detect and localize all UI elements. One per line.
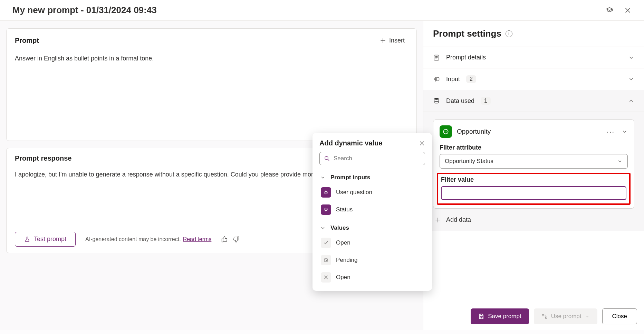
svg-rect-1 bbox=[436, 77, 439, 81]
popup-title: Add dynamic value bbox=[319, 139, 382, 147]
settings-panel: Prompt settings i Prompt details Input 2 bbox=[423, 21, 644, 330]
chevron-down-icon bbox=[320, 225, 326, 231]
ai-disclaimer: AI-generated content may be incorrect. R… bbox=[85, 236, 211, 242]
x-icon bbox=[321, 272, 331, 283]
search-icon bbox=[324, 155, 330, 162]
svg-point-7 bbox=[325, 191, 327, 193]
svg-point-2 bbox=[434, 98, 439, 100]
svg-point-8 bbox=[325, 209, 327, 210]
svg-point-3 bbox=[443, 129, 448, 134]
info-icon[interactable]: i bbox=[506, 30, 512, 37]
insert-button[interactable]: Insert bbox=[376, 35, 408, 46]
insert-label: Insert bbox=[389, 37, 405, 44]
filter-attribute-value: Opportunity Status bbox=[445, 158, 493, 165]
popup-value-open[interactable]: Open bbox=[319, 234, 425, 251]
details-icon bbox=[433, 54, 440, 61]
filter-attribute-label: Filter attribute bbox=[440, 144, 628, 151]
svg-rect-4 bbox=[542, 314, 544, 316]
popup-item-status[interactable]: Status bbox=[319, 201, 425, 218]
save-icon bbox=[478, 313, 484, 319]
chevron-down-icon bbox=[628, 55, 634, 61]
accordion-data-used[interactable]: Data used 1 bbox=[423, 90, 644, 112]
data-used-count-badge: 1 bbox=[481, 97, 491, 105]
input-label: Input bbox=[446, 76, 460, 83]
response-section-title: Prompt response bbox=[15, 154, 71, 162]
save-prompt-button[interactable]: Save prompt bbox=[471, 308, 529, 324]
input-count-badge: 2 bbox=[466, 75, 476, 83]
input-icon bbox=[433, 76, 440, 83]
data-entity-card: Opportunity ··· Filter attribute Opportu… bbox=[433, 120, 634, 209]
popup-search-input[interactable] bbox=[334, 155, 421, 162]
popup-close-icon[interactable] bbox=[419, 140, 425, 146]
data-used-body: Opportunity ··· Filter attribute Opportu… bbox=[423, 112, 644, 231]
filter-value-highlight: Filter value bbox=[437, 173, 631, 205]
read-terms-link[interactable]: Read terms bbox=[183, 236, 212, 242]
data-used-label: Data used bbox=[446, 97, 474, 105]
prompt-card: Prompt Insert Answer in English as bulle… bbox=[6, 28, 417, 141]
popup-value-open-2[interactable]: Open bbox=[319, 269, 425, 286]
dialog-footer: Save prompt Use prompt Close bbox=[423, 303, 644, 330]
thumbs-up-icon[interactable] bbox=[221, 236, 228, 243]
filter-attribute-select[interactable]: Opportunity Status bbox=[440, 154, 628, 169]
entity-icon bbox=[440, 125, 452, 138]
popup-item-user-question[interactable]: User question bbox=[319, 184, 425, 201]
accordion-input[interactable]: Input 2 bbox=[423, 68, 644, 90]
clock-icon bbox=[321, 255, 331, 265]
check-icon bbox=[321, 238, 331, 248]
chevron-up-icon bbox=[628, 98, 634, 104]
popup-search[interactable] bbox=[319, 152, 425, 165]
settings-title-row: Prompt settings i bbox=[423, 21, 644, 47]
entity-name: Opportunity bbox=[457, 128, 491, 135]
chevron-down-icon bbox=[320, 175, 326, 180]
ai-icon bbox=[321, 187, 331, 198]
add-data-label: Add data bbox=[446, 216, 471, 223]
ai-icon bbox=[321, 204, 331, 215]
group-values[interactable]: Values bbox=[319, 222, 425, 234]
settings-title: Prompt settings bbox=[433, 28, 501, 39]
details-label: Prompt details bbox=[446, 54, 486, 61]
database-icon bbox=[433, 97, 440, 104]
chevron-down-icon[interactable] bbox=[622, 128, 628, 135]
use-prompt-button: Use prompt bbox=[534, 308, 597, 324]
flow-icon bbox=[541, 313, 548, 319]
dialog-header: My new prompt - 01/31/2024 09:43 bbox=[0, 0, 644, 21]
chevron-down-icon bbox=[617, 159, 623, 164]
popup-value-pending[interactable]: Pending bbox=[319, 251, 425, 269]
group-prompt-inputs[interactable]: Prompt inputs bbox=[319, 171, 425, 184]
close-icon[interactable] bbox=[624, 7, 632, 14]
thumbs-down-icon[interactable] bbox=[233, 236, 240, 243]
svg-point-6 bbox=[325, 156, 328, 160]
use-label: Use prompt bbox=[551, 313, 581, 320]
accordion-prompt-details[interactable]: Prompt details bbox=[423, 47, 644, 68]
chevron-down-icon bbox=[585, 314, 590, 319]
add-data-button[interactable]: Add data bbox=[433, 209, 634, 223]
dynamic-value-popup: Add dynamic value Prompt inputs User que… bbox=[313, 133, 432, 291]
header-actions bbox=[605, 6, 632, 15]
more-icon[interactable]: ··· bbox=[607, 128, 615, 136]
test-prompt-button[interactable]: Test prompt bbox=[15, 232, 76, 247]
prompt-section-title: Prompt bbox=[15, 37, 39, 45]
chevron-down-icon bbox=[628, 76, 634, 82]
test-prompt-label: Test prompt bbox=[34, 236, 66, 243]
save-label: Save prompt bbox=[488, 313, 521, 320]
filter-value-label: Filter value bbox=[441, 176, 626, 183]
close-label: Close bbox=[612, 313, 627, 319]
close-button[interactable]: Close bbox=[602, 308, 637, 324]
prompt-textarea[interactable]: Answer in English as bullet points in a … bbox=[15, 55, 408, 134]
learn-icon[interactable] bbox=[605, 6, 614, 15]
filter-value-input[interactable] bbox=[441, 186, 626, 200]
page-title: My new prompt - 01/31/2024 09:43 bbox=[12, 5, 157, 16]
